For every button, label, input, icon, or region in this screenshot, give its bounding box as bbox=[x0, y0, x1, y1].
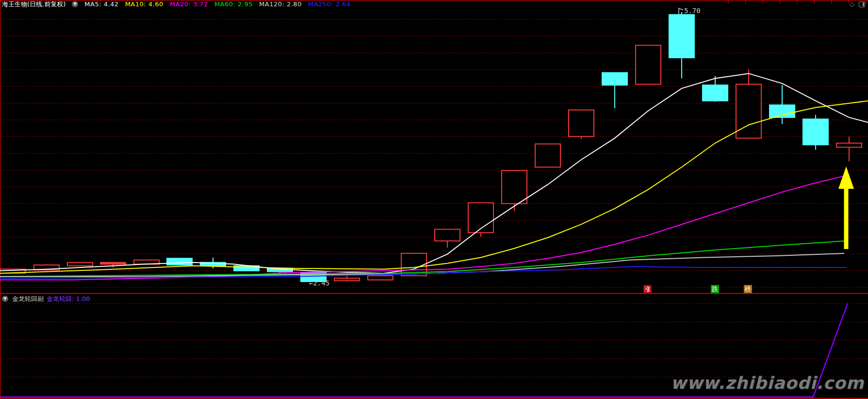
candle-body bbox=[636, 45, 661, 84]
indicator-panel-title: 金龙轮回副 bbox=[12, 295, 44, 303]
ma250-value: 2.64 bbox=[336, 0, 351, 8]
ma60-value: 2.95 bbox=[238, 0, 253, 8]
candle-body bbox=[502, 170, 527, 203]
candle-body bbox=[836, 143, 862, 148]
watermark: www.zhibiaodi.com bbox=[671, 373, 864, 393]
window-controls: ◇ bbox=[850, 1, 865, 7]
ma5-label: MA5: bbox=[84, 0, 101, 8]
indicator-panel-header: ▼ 金龙轮回副 金龙轮回: 1.00 bbox=[2, 295, 90, 303]
ma5-value: 4.42 bbox=[104, 0, 119, 8]
ma60-readout: MA60: 2.95 bbox=[214, 0, 253, 8]
low-price-label: ←2.45 bbox=[309, 279, 329, 287]
indicator-label: 金龙轮回: bbox=[47, 295, 74, 302]
candle-body bbox=[569, 110, 594, 137]
candle-body bbox=[368, 276, 393, 280]
rank-tag[interactable]: 跌 bbox=[711, 285, 719, 293]
title-bar: 海王生物(日线.前复权) ▼ MA5: 4.42 MA10: 4.60 MA20… bbox=[2, 0, 351, 8]
candle-body bbox=[803, 119, 828, 145]
indicator-value: 1.00 bbox=[76, 295, 90, 302]
indicator-readout: 金龙轮回: 1.00 bbox=[47, 295, 90, 303]
candle-body bbox=[167, 258, 192, 265]
candle-body bbox=[67, 263, 93, 266]
chevron-down-icon[interactable]: ▼ bbox=[2, 296, 8, 302]
high-price-label: 5.70 bbox=[684, 7, 701, 15]
diamond-icon[interactable]: ◇ bbox=[850, 1, 854, 7]
ma20-value: 3.72 bbox=[193, 0, 208, 8]
high-flag-icon bbox=[679, 8, 683, 15]
rank-tag[interactable]: 榜 bbox=[744, 285, 752, 293]
ma20-label: MA20: bbox=[170, 0, 191, 8]
candle-body bbox=[703, 85, 728, 100]
ma250-label: MA250: bbox=[308, 0, 333, 8]
ma20-readout: MA20: 3.72 bbox=[170, 0, 208, 8]
ma10-value: 4.60 bbox=[148, 0, 164, 8]
candle-body bbox=[535, 144, 560, 167]
ma5-readout: MA5: 4.42 bbox=[84, 0, 118, 8]
ma60-label: MA60: bbox=[214, 0, 236, 8]
ma120-value: 2.80 bbox=[287, 0, 302, 8]
buy-signal-arrow-head bbox=[838, 166, 854, 189]
rank-tag[interactable]: 涨 bbox=[643, 285, 652, 293]
candle-body bbox=[602, 73, 627, 85]
candle-body bbox=[669, 15, 694, 58]
chevron-down-icon[interactable]: ▼ bbox=[72, 1, 78, 7]
ma10-readout: MA10: 4.60 bbox=[125, 0, 164, 8]
stock-chart-app: 海王生物(日线.前复权) ▼ MA5: 4.42 MA10: 4.60 MA20… bbox=[0, 0, 868, 399]
panel-icon[interactable] bbox=[859, 1, 865, 7]
buy-signal-arrow-shaft bbox=[844, 187, 849, 249]
candle-body bbox=[770, 105, 795, 117]
ma120-label: MA120: bbox=[259, 0, 284, 8]
candle-body bbox=[334, 278, 360, 281]
ma250-readout: MA250: 2.64 bbox=[308, 0, 351, 8]
candle-body bbox=[435, 229, 460, 241]
ma120-readout: MA120: 2.80 bbox=[259, 0, 302, 8]
candle-body bbox=[100, 263, 126, 264]
stock-title: 海王生物(日线.前复权) bbox=[2, 0, 66, 8]
main-chart[interactable] bbox=[0, 0, 868, 399]
ma10-label: MA10: bbox=[125, 0, 147, 8]
